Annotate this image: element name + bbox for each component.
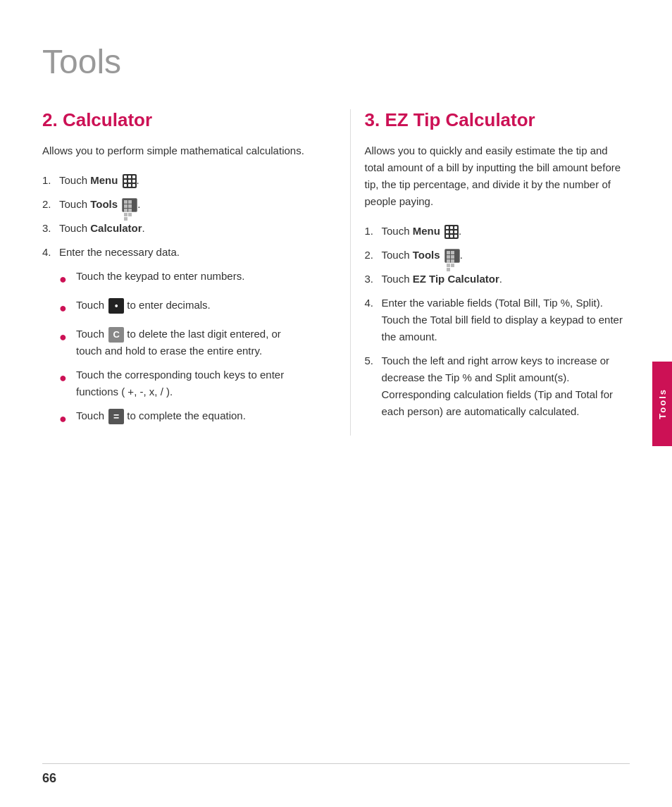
step-text-3: Touch Calculator. <box>59 220 308 237</box>
ez-step-text-2: Touch Tools . <box>382 247 630 264</box>
ez-step-text-3: Touch EZ Tip Calculator. <box>382 271 630 288</box>
ez-step-bold-calculator: EZ Tip Calculator <box>413 273 499 285</box>
step-text-2: Touch Tools . <box>59 196 308 213</box>
step-number-3: 3. <box>42 220 59 237</box>
step-number-1: 1. <box>42 172 59 189</box>
tools-icon-2 <box>444 249 460 263</box>
page-title: Tools <box>42 42 630 81</box>
step-bold-calc: Calculator <box>90 222 142 234</box>
c-icon: C <box>108 327 124 343</box>
ez-step-number-3: 3. <box>365 271 382 288</box>
ez-step-number-2: 2. <box>365 247 382 264</box>
side-tab: Tools <box>652 362 672 446</box>
page-container: Tools 2. Calculator Allows you to perfor… <box>0 0 672 807</box>
dot-icon <box>108 298 124 314</box>
ez-step-1: 1. Touch Menu . <box>365 223 630 240</box>
step-number-2: 2. <box>42 196 59 213</box>
ez-step-4: 4. Enter the variable fields (Total Bill… <box>365 295 630 345</box>
bullet-text-delete: Touch C to delete the last digit entered… <box>76 326 308 359</box>
bullet-dot-3: ● <box>59 327 69 347</box>
bullet-list: ● Touch the keypad to enter numbers. ● T… <box>59 268 308 429</box>
page-number: 66 <box>42 771 56 785</box>
bullet-dot-1: ● <box>59 269 69 290</box>
ez-step-2: 2. Touch Tools . <box>365 247 630 264</box>
ez-step-5: 5. Touch the left and right arrow keys t… <box>365 352 630 420</box>
left-column: 2. Calculator Allows you to perform simp… <box>42 109 322 436</box>
bullet-dot-5: ● <box>59 409 69 429</box>
bullet-decimal: ● Touch to enter decimals. <box>59 297 308 319</box>
ez-tip-title: 3. EZ Tip Calculator <box>365 109 630 131</box>
menu-icon-2 <box>444 225 459 239</box>
right-column: 3. EZ Tip Calculator Allows you to quick… <box>350 109 630 436</box>
bottom-area: 66 <box>42 763 630 786</box>
bullet-delete: ● Touch C to delete the last digit enter… <box>59 326 308 359</box>
bullet-functions: ● Touch the corresponding touch keys to … <box>59 366 308 400</box>
ez-tip-description: Allows you to quickly and easily estimat… <box>365 142 630 210</box>
step-bold-menu1: Menu <box>90 174 118 186</box>
calculator-description: Allows you to perform simple mathematica… <box>42 142 308 159</box>
calc-step-3: 3. Touch Calculator. <box>42 220 308 237</box>
ez-step-text-1: Touch Menu . <box>382 223 630 240</box>
equals-icon <box>108 409 124 424</box>
calc-step-2: 2. Touch Tools . <box>42 196 308 213</box>
ez-step-bold-tools1: Tools <box>413 249 440 261</box>
bullet-keypad: ● Touch the keypad to enter numbers. <box>59 268 308 290</box>
side-tab-label: Tools <box>657 388 668 419</box>
bullet-text-functions: Touch the corresponding touch keys to en… <box>76 366 308 400</box>
step-text-1: Touch Menu . <box>59 172 308 189</box>
ez-step-bold-menu1: Menu <box>413 225 440 237</box>
bullet-dot-2: ● <box>59 298 69 319</box>
bullet-dot-4: ● <box>59 368 69 388</box>
bullet-text-keypad: Touch the keypad to enter numbers. <box>76 268 308 285</box>
ez-step-3: 3. Touch EZ Tip Calculator. <box>365 271 630 288</box>
ez-step-text-5: Touch the left and right arrow keys to i… <box>382 352 630 420</box>
content-area: 2. Calculator Allows you to perform simp… <box>42 109 630 436</box>
ez-step-number-1: 1. <box>365 223 382 240</box>
calc-step-4: 4. Enter the necessary data. <box>42 244 308 261</box>
calc-step-1: 1. Touch Menu . <box>42 172 308 189</box>
ez-step-text-4: Enter the variable fields (Total Bill, T… <box>382 295 630 345</box>
menu-icon-1 <box>123 174 137 188</box>
bullet-text-equals: Touch to complete the equation. <box>76 407 308 424</box>
tools-icon-1 <box>122 198 137 212</box>
calculator-title: 2. Calculator <box>42 109 308 131</box>
step-bold-tools1: Tools <box>90 198 118 210</box>
bullet-text-decimal: Touch to enter decimals. <box>76 297 308 314</box>
ez-step-number-4: 4. <box>365 295 382 312</box>
ez-step-number-5: 5. <box>365 352 382 369</box>
step-number-4: 4. <box>42 244 59 261</box>
bullet-equals: ● Touch to complete the equation. <box>59 407 308 429</box>
step-text-4: Enter the necessary data. <box>59 244 308 261</box>
